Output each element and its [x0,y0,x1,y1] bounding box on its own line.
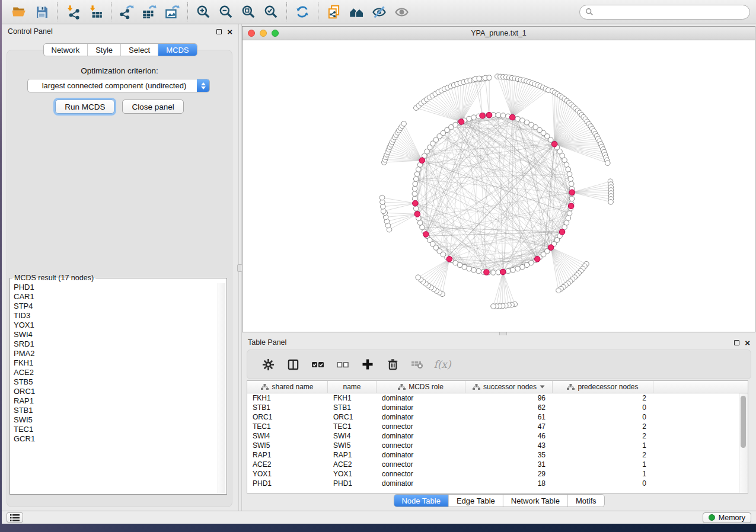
leaf-node[interactable] [608,200,614,205]
mcds-result-item[interactable]: STB1 [14,406,218,415]
table-row[interactable]: SWI5SWI5connector431 [247,441,739,450]
show-panels-button[interactable] [7,512,23,523]
mcds-hub-node[interactable] [500,269,506,275]
table-row[interactable]: RAP1RAP1dominator352 [247,450,739,460]
leaf-node[interactable] [491,304,496,309]
ring-node[interactable] [417,220,423,226]
mcds-hub-node[interactable] [458,119,464,125]
table-row[interactable]: ORC1ORC1dominator610 [247,412,739,422]
float-panel-button[interactable] [216,29,222,34]
tab-network-table[interactable]: Network Table [503,495,567,507]
mcds-result-item[interactable]: ORC1 [14,387,218,396]
ring-node[interactable] [500,113,506,118]
tab-node-table[interactable]: Node Table [394,495,448,507]
ring-node[interactable] [506,268,511,274]
ring-node[interactable] [471,268,477,273]
mcds-result-item[interactable]: TEC1 [14,425,218,434]
table-row[interactable]: YOX1YOX1connector291 [247,469,739,479]
leaf-node[interactable] [416,275,421,280]
ring-node[interactable] [520,264,525,270]
leaf-node[interactable] [379,195,385,200]
first-neighbors-button[interactable] [345,2,368,21]
column-header-mcds-role[interactable]: MCDS role [377,381,465,393]
mcds-result-item[interactable]: FKH1 [14,358,218,368]
ring-node[interactable] [412,186,417,191]
table-scrollbar[interactable] [739,393,748,493]
tab-style[interactable]: Style [87,44,120,56]
ring-node[interactable] [413,181,418,187]
ring-node[interactable] [416,167,422,172]
ring-node[interactable] [566,216,571,221]
mcds-hub-node[interactable] [414,211,420,217]
zoom-in-button[interactable] [192,2,215,21]
mcds-hub-node[interactable] [559,229,565,235]
mcds-hub-node[interactable] [569,190,575,196]
ring-node[interactable] [496,113,501,118]
ring-node[interactable] [511,268,516,273]
column-header-shared-name[interactable]: shared name [247,381,328,393]
table-row[interactable]: TEC1TEC1connector472 [247,422,739,431]
select-all-button[interactable] [310,357,326,372]
leaf-node[interactable] [487,75,492,81]
zoom-selected-button[interactable] [260,2,282,21]
open-session-button[interactable] [8,2,30,21]
mcds-hub-node[interactable] [480,113,486,119]
close-panel-button-mcds[interactable]: Close panel [122,100,183,114]
tab-edge-table[interactable]: Edge Table [448,495,503,507]
delete-table-button[interactable] [410,357,425,372]
table-row[interactable]: ACE2ACE2connector311 [247,460,739,469]
mcds-result-item[interactable]: RAP1 [14,396,218,406]
mcds-hub-node[interactable] [413,200,419,206]
leaf-node[interactable] [605,161,610,166]
close-window-button[interactable] [248,30,255,37]
ring-node[interactable] [568,177,573,182]
delete-column-button[interactable] [385,357,400,372]
close-panel-button[interactable]: × [227,29,232,34]
mcds-result-item[interactable]: PHD1 [14,283,218,292]
leaf-node[interactable] [401,121,407,127]
float-panel-button[interactable] [734,340,739,345]
export-table-button[interactable] [138,2,161,21]
column-header-successor-nodes[interactable]: successor nodes [465,381,553,393]
run-mcds-button[interactable]: Run MCDS [55,100,114,114]
save-session-button[interactable] [30,2,53,21]
tab-motifs[interactable]: Motifs [567,495,604,507]
deselect-all-button[interactable] [335,357,350,372]
ring-node[interactable] [412,191,417,197]
import-table-button[interactable] [84,2,107,21]
hide-selected-button[interactable] [368,2,390,21]
ring-node[interactable] [515,116,521,121]
mcds-result-item[interactable]: SWI4 [14,330,218,339]
leaf-node[interactable] [556,288,562,293]
mcds-hub-node[interactable] [446,257,452,262]
mcds-hub-node[interactable] [534,257,540,262]
mcds-result-item[interactable]: SWI5 [14,415,218,425]
export-image-button[interactable] [161,2,183,21]
network-canvas[interactable] [243,41,755,332]
refresh-view-button[interactable] [291,2,314,21]
table-settings-button[interactable] [260,357,276,372]
export-network-button[interactable] [116,2,138,21]
ring-node[interactable] [491,270,496,275]
mcds-hub-node[interactable] [568,203,574,209]
mcds-hub-node[interactable] [484,270,490,275]
ring-node[interactable] [413,206,419,211]
tab-select[interactable]: Select [120,44,158,56]
memory-button[interactable]: Memory [703,512,751,523]
zoom-fit-button[interactable] [237,2,260,21]
column-header-predecessor-nodes[interactable]: predecessor nodes [553,381,653,393]
table-scrollbar-thumb[interactable] [741,396,746,448]
mcds-result-item[interactable]: STB5 [14,377,218,387]
table-row[interactable]: SWI4SWI4dominator462 [247,431,739,441]
mcds-result-item[interactable]: ACE2 [14,368,218,377]
mcds-hub-node[interactable] [423,232,429,238]
maximize-window-button[interactable] [272,30,279,37]
ring-node[interactable] [567,211,572,216]
ring-node[interactable] [569,181,574,187]
tab-network[interactable]: Network [43,44,87,56]
mcds-result-item[interactable]: PMA2 [14,349,218,358]
ring-node[interactable] [566,167,571,172]
minimize-window-button[interactable] [260,30,267,37]
tab-mcds[interactable]: MCDS [158,44,196,56]
ring-node[interactable] [515,266,521,271]
